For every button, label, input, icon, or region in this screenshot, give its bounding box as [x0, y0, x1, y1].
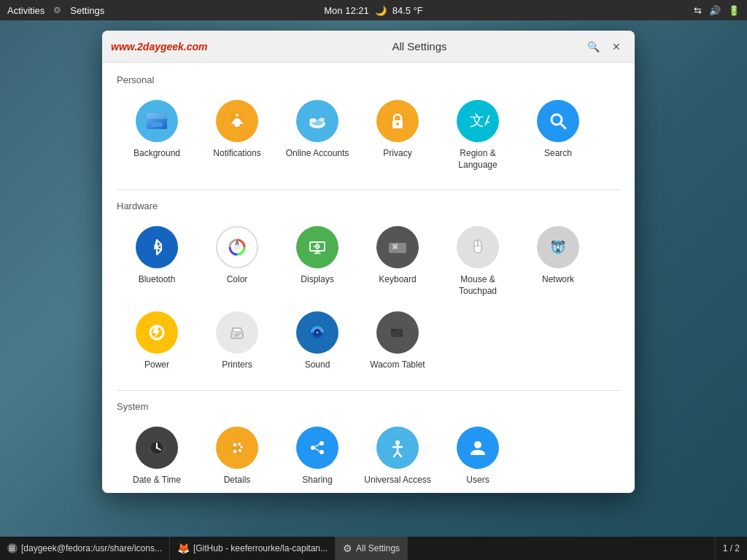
topbar: Activities ⚙ Settings Mon 12:21 🌙 84.5 °…: [0, 0, 747, 20]
window-close-button[interactable]: ✕: [607, 37, 626, 56]
background-item[interactable]: Background: [117, 93, 197, 178]
volume-icon[interactable]: 🔊: [709, 5, 721, 16]
window-logo: www.2daygeek.com: [111, 41, 208, 52]
taskbar-terminal[interactable]: 🖥 [daygeek@fedora:/usr/share/icons...: [0, 537, 170, 560]
svg-point-91: [474, 441, 481, 448]
window-controls: 🔍 ✕: [584, 37, 626, 56]
topbar-center: Mon 12:21 🌙 84.5 °F: [324, 5, 423, 16]
search-item[interactable]: Search: [518, 93, 598, 178]
svg-point-76: [238, 443, 241, 446]
taskbar-terminal-label: [daygeek@fedora:/usr/share/icons...: [21, 543, 162, 553]
network-label: Network: [542, 274, 574, 286]
date-time-label: Date & Time: [133, 475, 181, 486]
browser-icon: 🦊: [177, 542, 190, 554]
svg-point-19: [234, 244, 240, 250]
svg-point-48: [557, 246, 560, 249]
printers-label: Printers: [222, 359, 252, 371]
color-item[interactable]: Color: [197, 219, 277, 304]
color-icon: [216, 226, 258, 268]
online-accounts-icon: [296, 100, 338, 142]
svg-point-24: [317, 246, 318, 247]
taskbar-pager[interactable]: 1 / 2: [715, 537, 747, 560]
wacom-tablet-label: Wacom Tablet: [370, 359, 425, 371]
printers-icon: [216, 311, 258, 354]
region-language-item[interactable]: 文A Region & Language: [438, 93, 518, 178]
mouse-touchpad-item[interactable]: Mouse & Touchpad: [438, 219, 518, 304]
users-item[interactable]: Users: [438, 419, 518, 493]
settings-menu-label[interactable]: Settings: [70, 5, 104, 16]
keyboard-item[interactable]: ⌘ Keyboard: [357, 219, 438, 304]
sharing-item[interactable]: Sharing: [277, 419, 357, 493]
notifications-item[interactable]: Notifications: [197, 93, 277, 178]
sharing-icon: [296, 427, 338, 469]
background-label: Background: [133, 148, 180, 160]
svg-rect-6: [236, 124, 239, 125]
svg-rect-22: [315, 252, 320, 253]
keyboard-label: Keyboard: [379, 274, 416, 286]
svg-point-82: [320, 441, 324, 446]
svg-rect-44: [557, 252, 560, 254]
taskbar-browser-label: [GitHub - keeferrourke/la-capitan...: [193, 543, 328, 553]
notifications-icon: [216, 100, 258, 142]
svg-rect-26: [317, 249, 318, 250]
taskbar-settings[interactable]: ⚙ All Settings: [336, 537, 408, 560]
users-icon: [457, 427, 499, 469]
svg-rect-45: [551, 246, 554, 249]
wacom-tablet-icon: [376, 311, 419, 354]
svg-point-75: [233, 443, 237, 446]
window-titlebar: www.2daygeek.com All Settings 🔍 ✕: [102, 31, 635, 63]
privacy-label: Privacy: [383, 148, 411, 160]
hardware-icon-grid-2: Power Printers: [117, 304, 620, 378]
sound-label: Sound: [305, 359, 330, 371]
sound-item[interactable]: Sound: [277, 304, 357, 378]
svg-point-77: [240, 446, 243, 448]
details-icon: [216, 427, 258, 469]
printers-item[interactable]: Printers: [197, 304, 277, 378]
displays-label: Displays: [301, 274, 333, 286]
system-icon-grid: Date & Time Details: [117, 419, 620, 493]
wacom-tablet-item[interactable]: Wacom Tablet: [357, 304, 438, 378]
window-content: Personal: [102, 63, 635, 493]
online-accounts-label: Online Accounts: [286, 148, 349, 160]
personal-icon-grid: Background Notifications: [117, 93, 620, 178]
network-icon: [537, 226, 579, 268]
privacy-icon: [376, 100, 419, 142]
region-language-icon: 文A: [457, 100, 499, 142]
svg-rect-46: [562, 246, 565, 249]
notifications-label: Notifications: [213, 148, 260, 160]
temperature-label: 84.5 °F: [392, 5, 423, 16]
svg-point-9: [309, 118, 317, 122]
settings-menu-icon: ⚙: [53, 5, 61, 15]
details-label: Details: [224, 475, 251, 486]
window-search-button[interactable]: 🔍: [584, 37, 603, 56]
svg-rect-2: [147, 113, 167, 119]
online-accounts-item[interactable]: Online Accounts: [277, 93, 357, 178]
details-item[interactable]: Details: [197, 419, 277, 493]
displays-item[interactable]: Displays: [277, 219, 357, 304]
search-label: Search: [544, 148, 572, 160]
universal-access-item[interactable]: Universal Access: [357, 419, 438, 493]
system-section-title: System: [117, 401, 620, 412]
bluetooth-item[interactable]: Bluetooth: [117, 219, 197, 304]
svg-point-61: [317, 332, 319, 334]
power-item[interactable]: Power: [117, 304, 197, 378]
mouse-touchpad-icon: [457, 226, 499, 268]
power-icon: [136, 311, 178, 354]
svg-point-81: [311, 446, 315, 450]
taskbar-browser[interactable]: 🦊 [GitHub - keeferrourke/la-capitan...: [170, 537, 336, 560]
datetime-label: Mon 12:21: [324, 5, 368, 16]
svg-rect-43: [557, 241, 560, 243]
svg-point-78: [239, 449, 241, 452]
settings-taskbar-icon: ⚙: [343, 542, 352, 554]
svg-text:⌘: ⌘: [392, 241, 398, 252]
moon-icon: 🌙: [375, 5, 387, 16]
date-time-item[interactable]: Date & Time: [117, 419, 197, 493]
svg-point-5: [236, 114, 239, 117]
mouse-touchpad-label: Mouse & Touchpad: [444, 274, 512, 297]
terminal-icon: 🖥: [7, 543, 18, 553]
activities-button[interactable]: Activities: [7, 5, 44, 16]
universal-access-label: Universal Access: [364, 475, 430, 486]
svg-line-90: [398, 452, 401, 456]
network-item[interactable]: Network: [518, 219, 598, 304]
privacy-item[interactable]: Privacy: [357, 93, 438, 178]
